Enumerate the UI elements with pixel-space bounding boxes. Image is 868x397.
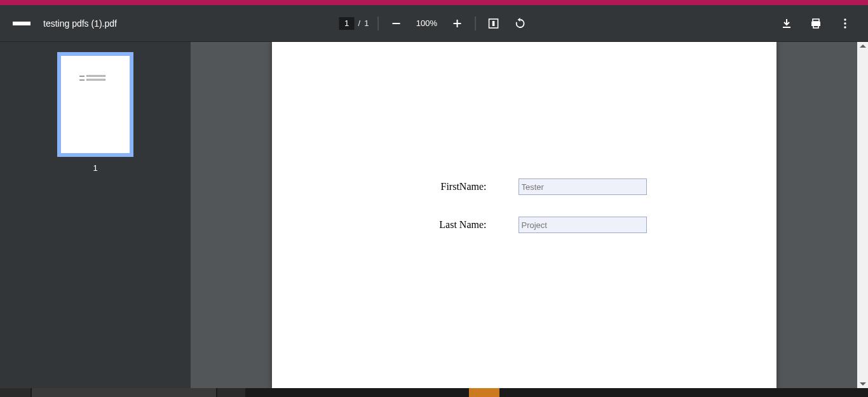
form-row-lastname: Last Name: [437,217,647,233]
file-name: testing pdfs (1).pdf [43,18,117,29]
scroll-up-icon[interactable] [860,44,866,48]
svg-rect-6 [783,27,790,28]
thumbnail-item[interactable]: 1 [57,52,133,173]
lastname-input[interactable] [519,217,647,233]
rotate-icon[interactable] [511,15,529,32]
svg-point-12 [844,26,846,28]
svg-rect-7 [813,19,819,22]
svg-point-10 [844,18,846,20]
page-indicator: / 1 [339,17,369,30]
svg-point-11 [844,22,846,24]
more-icon[interactable] [836,15,854,32]
download-icon[interactable] [778,15,796,32]
toolbar-divider [475,17,475,30]
thumbnail-preview[interactable] [57,52,133,157]
accent-bar [0,0,868,5]
workspace: 1 FirstName: Last Name: [0,42,868,388]
scroll-down-icon[interactable] [860,382,866,386]
taskbar-app-active[interactable] [469,388,499,397]
svg-rect-8 [811,22,820,26]
toolbar-divider [377,17,378,30]
form-region: FirstName: Last Name: [437,178,647,255]
toolbar-center: / 1 100% [339,15,529,32]
vertical-scrollbar[interactable] [857,42,868,388]
toolbar-left: testing pdfs (1).pdf [0,15,117,32]
thumbnail-sidebar: 1 [0,42,191,388]
form-row-firstname: FirstName: [437,178,647,195]
menu-icon[interactable] [13,15,31,32]
pdf-toolbar: testing pdfs (1).pdf / 1 100% [0,5,868,42]
thumbnail-number: 1 [93,163,97,173]
lastname-label: Last Name: [439,219,486,231]
zoom-out-icon[interactable] [387,15,405,32]
page-total: 1 [364,18,369,28]
taskbar-taskview[interactable] [217,388,245,397]
svg-rect-0 [392,23,400,24]
pdf-page: FirstName: Last Name: [272,42,776,388]
print-icon[interactable] [807,15,825,32]
svg-rect-9 [813,25,818,28]
page-viewport[interactable]: FirstName: Last Name: [191,42,857,388]
firstname-label: FirstName: [441,181,487,192]
page-separator: / [358,18,361,28]
svg-rect-4 [492,21,495,26]
taskbar-start[interactable] [0,388,31,397]
firstname-input[interactable] [519,178,647,195]
taskbar-search[interactable] [32,388,216,397]
fit-to-page-icon[interactable] [484,15,502,32]
zoom-level: 100% [414,18,439,28]
zoom-in-icon[interactable] [448,15,466,32]
svg-rect-2 [456,20,458,27]
page-current-input[interactable] [339,17,355,30]
os-taskbar [0,388,868,397]
svg-marker-5 [517,18,520,22]
toolbar-right [778,15,868,32]
